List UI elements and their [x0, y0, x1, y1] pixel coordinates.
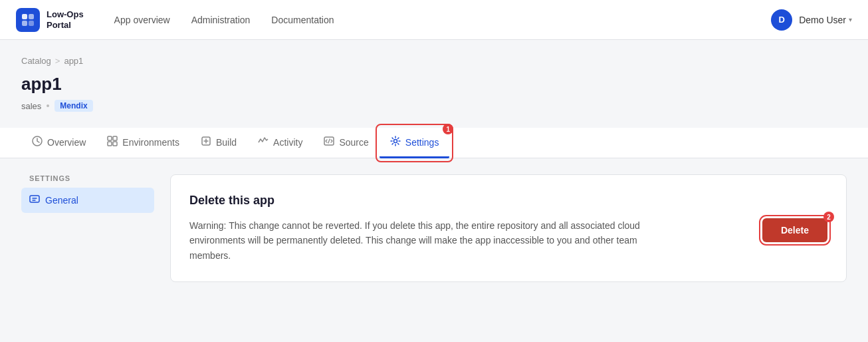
sidebar-general-label: General [45, 195, 78, 206]
tab-overview[interactable]: Overview [21, 128, 96, 158]
tabs-bar: Overview Environments Build Activity Sou… [0, 128, 868, 158]
breadcrumb: Catalog > app1 [21, 56, 847, 66]
delete-button-badge: 2 [823, 212, 834, 222]
settings-icon [390, 136, 401, 148]
svg-rect-7 [108, 142, 112, 146]
nav-app-overview[interactable]: App overview [105, 9, 179, 31]
svg-rect-2 [22, 21, 27, 26]
nav-administration[interactable]: Administration [182, 9, 260, 31]
tab-activity-label: Activity [273, 137, 302, 148]
overview-icon [32, 136, 43, 148]
svg-rect-0 [22, 14, 27, 19]
tab-activity[interactable]: Activity [247, 128, 313, 158]
card-title: Delete this app [189, 194, 827, 208]
activity-icon [258, 136, 269, 148]
logo-text: Low-Ops Portal [47, 9, 84, 30]
svg-point-11 [393, 140, 397, 143]
tab-source[interactable]: Source [313, 128, 379, 158]
tab-settings-badge: 1 [443, 124, 453, 134]
breadcrumb-current: app1 [64, 56, 83, 66]
tab-environments[interactable]: Environments [96, 128, 190, 158]
environments-icon [107, 136, 118, 148]
tab-environments-label: Environments [122, 137, 179, 148]
tab-build[interactable]: Build [190, 128, 247, 158]
main-nav: App overview Administration Documentatio… [105, 9, 344, 31]
svg-rect-5 [108, 136, 112, 140]
user-name-label: Demo User [799, 15, 846, 25]
delete-button-wrapper: Delete 2 [762, 218, 827, 242]
svg-rect-1 [29, 14, 34, 19]
breadcrumb-separator: > [55, 56, 60, 66]
header-right: D Demo User ▾ [771, 9, 852, 31]
user-menu[interactable]: Demo User ▾ [799, 15, 852, 25]
logo-line2: Portal [47, 20, 84, 31]
card-row: Warning: This change cannot be reverted.… [189, 218, 827, 263]
chevron-down-icon: ▾ [849, 16, 852, 23]
tab-build-label: Build [216, 137, 237, 148]
content-area: SETTINGS General Delete this app Warning… [21, 174, 847, 282]
meta-sales: sales [21, 101, 41, 111]
tab-settings[interactable]: Settings 1 [380, 128, 450, 158]
page-meta: sales Mendix [21, 100, 847, 112]
user-avatar: D [771, 9, 792, 31]
nav-documentation[interactable]: Documentation [262, 9, 343, 31]
svg-rect-12 [30, 196, 39, 202]
meta-dot [47, 104, 49, 107]
svg-rect-6 [113, 136, 117, 140]
logo-icon [16, 8, 40, 32]
general-icon [29, 194, 40, 207]
card-warning-text: Warning: This change cannot be reverted.… [189, 218, 668, 263]
sidebar: SETTINGS General [21, 174, 154, 282]
sidebar-item-general[interactable]: General [21, 188, 154, 213]
tab-overview-label: Overview [47, 137, 86, 148]
source-icon [324, 136, 334, 148]
main-content: Catalog > app1 app1 sales Mendix Overvie… [0, 40, 868, 298]
svg-rect-3 [29, 21, 34, 26]
logo: Low-Ops Portal [16, 8, 84, 32]
build-icon [201, 136, 211, 148]
main-card: Delete this app Warning: This change can… [170, 174, 847, 282]
header: Low-Ops Portal App overview Administrati… [0, 0, 868, 40]
sidebar-section-label: SETTINGS [21, 174, 154, 182]
logo-line1: Low-Ops [47, 9, 84, 20]
breadcrumb-catalog[interactable]: Catalog [21, 56, 51, 66]
meta-badge: Mendix [54, 100, 92, 112]
delete-button[interactable]: Delete [762, 218, 827, 242]
header-left: Low-Ops Portal App overview Administrati… [16, 8, 344, 32]
svg-rect-8 [113, 142, 117, 146]
tab-settings-label: Settings [405, 137, 439, 148]
page-title: app1 [21, 74, 847, 94]
tab-source-label: Source [339, 137, 368, 148]
